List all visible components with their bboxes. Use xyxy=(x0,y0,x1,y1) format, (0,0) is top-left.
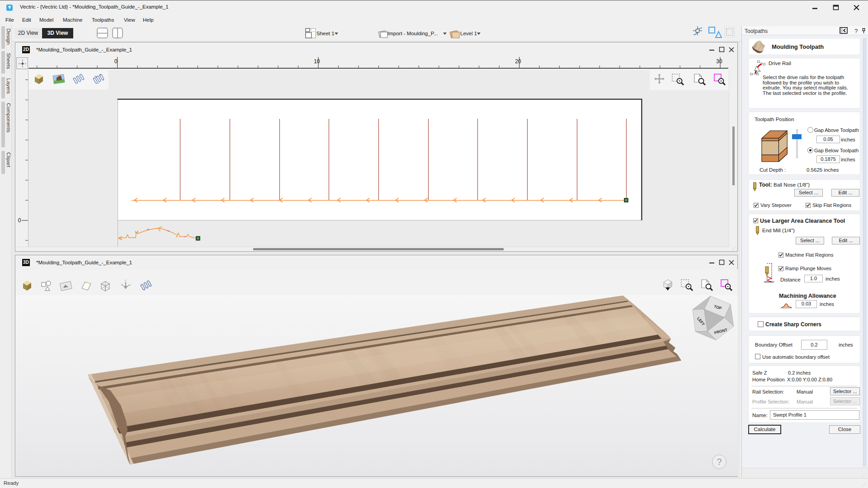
svg-text:0: 0 xyxy=(18,217,21,224)
svg-text:30: 30 xyxy=(716,58,722,65)
svg-text:10: 10 xyxy=(314,58,320,65)
svg-text:Sheet 1: Sheet 1 xyxy=(316,31,335,36)
svg-text:Import - Moulding_P...: Import - Moulding_P... xyxy=(387,31,438,36)
svg-text:0: 0 xyxy=(114,58,118,65)
svg-text:?: ? xyxy=(854,28,858,34)
svg-text:z: z xyxy=(125,279,126,282)
svg-text:Y: Y xyxy=(121,283,123,286)
svg-text:Level 1: Level 1 xyxy=(460,31,477,36)
svg-text:20: 20 xyxy=(515,58,521,65)
svg-text:x: x xyxy=(129,283,131,286)
